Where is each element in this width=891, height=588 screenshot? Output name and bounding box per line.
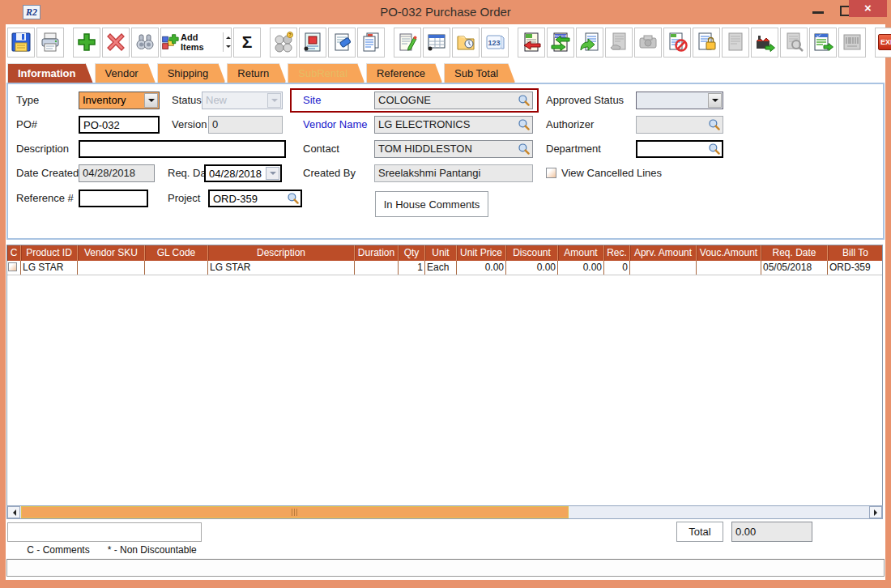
grid-header-amount[interactable]: Amount <box>558 245 604 261</box>
numbers-button[interactable]: 123 <box>481 28 509 58</box>
scroll-left-icon <box>10 509 16 516</box>
scroll-right-button[interactable] <box>869 506 882 518</box>
tab-return[interactable]: Return <box>227 63 286 83</box>
grid-cell[interactable]: 1 <box>399 261 425 275</box>
tab-subrental: SubRental <box>288 63 364 83</box>
export-document-button[interactable] <box>576 28 603 58</box>
version-label: Version <box>172 116 207 134</box>
grid-cell[interactable]: LG STAR <box>21 261 78 275</box>
site-input[interactable]: COLOGNE <box>374 92 533 109</box>
site-search-icon[interactable] <box>518 94 531 107</box>
tab-reference[interactable]: Reference <box>366 63 442 83</box>
in-house-comments-button[interactable]: In House Comments <box>375 191 488 217</box>
grid-header-gl-code[interactable]: GL Code <box>145 245 208 261</box>
approved-status-dropdown-arrow-icon[interactable] <box>708 93 722 108</box>
type-dropdown-arrow-icon[interactable] <box>144 93 158 108</box>
contact-input[interactable]: TOM HIDDLESTON <box>374 140 533 158</box>
table-row[interactable]: LG STARLG STAR1Each0.000.000.00005/05/20… <box>7 261 882 275</box>
receive-invoice-button[interactable] <box>518 28 545 58</box>
approved-status-combobox[interactable] <box>636 92 723 109</box>
grid-header-vendor-sku[interactable]: Vendor SKU <box>78 245 145 261</box>
project-input[interactable]: ORD-359 <box>208 190 302 207</box>
grid-cell[interactable] <box>145 261 208 275</box>
department-input[interactable] <box>636 140 723 158</box>
row-comment-checkbox[interactable] <box>8 262 17 271</box>
grid-header-c[interactable]: C <box>7 245 21 261</box>
tab-vendor[interactable]: Vendor <box>95 63 156 83</box>
notes-button[interactable] <box>394 28 421 58</box>
total-button[interactable]: Total <box>676 522 723 542</box>
manufacture-button[interactable] <box>751 28 778 58</box>
reference-input[interactable] <box>79 190 148 207</box>
view-cancelled-checkbox[interactable] <box>546 168 556 178</box>
authorizer-search-icon[interactable] <box>708 118 721 131</box>
parts-lookup-button[interactable]: ? <box>270 28 297 58</box>
grid-header-product-id[interactable]: Product ID <box>21 245 78 261</box>
tab-subtotal[interactable]: Sub Total <box>444 63 515 83</box>
grid-cell[interactable]: 0 <box>604 261 630 275</box>
po-number-input[interactable]: PO-032 <box>79 116 160 134</box>
add-button[interactable] <box>73 28 100 58</box>
tab-information[interactable]: Information <box>7 63 93 83</box>
grid-header-aprv-amount[interactable]: Aprv. Amount <box>630 245 697 261</box>
grid-header-duration[interactable]: Duration <box>355 245 399 261</box>
cancel-document-button[interactable] <box>663 28 691 58</box>
grid-cell[interactable] <box>630 261 697 275</box>
lock-document-button[interactable] <box>693 28 720 58</box>
folder-clock-icon <box>455 32 476 53</box>
delete-button[interactable] <box>102 28 130 58</box>
grid-header-qty[interactable]: Qty <box>399 245 425 261</box>
vendor-search-icon[interactable] <box>518 118 531 131</box>
description-input[interactable] <box>79 140 286 158</box>
history-button[interactable] <box>452 28 480 58</box>
add-items-button[interactable]: Add Items <box>160 28 232 58</box>
grid-cell[interactable] <box>7 261 21 275</box>
grid-view-button[interactable] <box>423 28 450 58</box>
print-button[interactable] <box>36 28 64 58</box>
tab-shipping[interactable]: Shipping <box>157 63 226 83</box>
grid-header-vouc-amount[interactable]: Vouc.Amount <box>697 245 761 261</box>
add-items-label: Add Items <box>181 32 220 52</box>
grid-header-unit-price[interactable]: Unit Price <box>457 245 506 261</box>
grid-cell[interactable]: Each <box>425 261 457 275</box>
exit-button[interactable]: EXIT <box>875 28 891 58</box>
exchange-invoice-button[interactable]: INVOICE <box>547 28 574 58</box>
grid-header-req-date[interactable]: Req. Date <box>761 245 828 261</box>
approve-document-button[interactable] <box>809 28 837 58</box>
grid-header-discount[interactable]: Discount <box>506 245 558 261</box>
grid-cell[interactable]: LG STAR <box>208 261 355 275</box>
department-search-icon[interactable] <box>708 143 721 156</box>
find-button[interactable] <box>131 28 159 58</box>
authorizer-label: Authorizer <box>546 116 594 134</box>
horizontal-scrollbar[interactable] <box>6 505 883 519</box>
clear-document-button[interactable] <box>328 28 356 58</box>
contact-search-icon[interactable] <box>518 143 531 156</box>
close-button[interactable]: × <box>849 0 887 17</box>
grid-cell[interactable] <box>355 261 399 275</box>
copy-documents-button[interactable] <box>357 28 385 58</box>
grid-cell[interactable]: 0.00 <box>558 261 604 275</box>
scrollbar-thumb[interactable] <box>21 506 569 518</box>
grid-cell[interactable]: 0.00 <box>506 261 558 275</box>
sum-button[interactable]: Σ <box>233 28 261 58</box>
grid-header-bill-to[interactable]: Bill To <box>828 245 883 261</box>
scroll-left-button[interactable] <box>7 506 20 518</box>
grid-header-unit[interactable]: Unit <box>425 245 457 261</box>
product-document-button[interactable] <box>299 28 326 58</box>
req-date-input[interactable]: 04/28/2018 <box>204 164 282 182</box>
grid-header-description[interactable]: Description <box>208 245 355 261</box>
grid-cell[interactable]: 05/05/2018 <box>761 261 828 275</box>
minimize-button[interactable] <box>805 0 833 21</box>
grid-cell[interactable]: ORD-359 <box>828 261 883 275</box>
save-button[interactable] <box>7 28 35 58</box>
type-combobox[interactable]: Inventory <box>79 92 160 109</box>
req-date-dropdown-arrow-icon[interactable] <box>266 167 279 180</box>
add-items-spinner-icon[interactable] <box>223 32 231 52</box>
grid-cell[interactable]: 0.00 <box>457 261 506 275</box>
grid-cell[interactable] <box>78 261 145 275</box>
version-field: 0 <box>208 116 283 134</box>
project-search-icon[interactable] <box>287 192 300 205</box>
grid-cell[interactable] <box>697 261 761 275</box>
vendor-name-input[interactable]: LG ELECTRONICS <box>374 116 533 134</box>
grid-header-rec[interactable]: Rec. <box>604 245 630 261</box>
